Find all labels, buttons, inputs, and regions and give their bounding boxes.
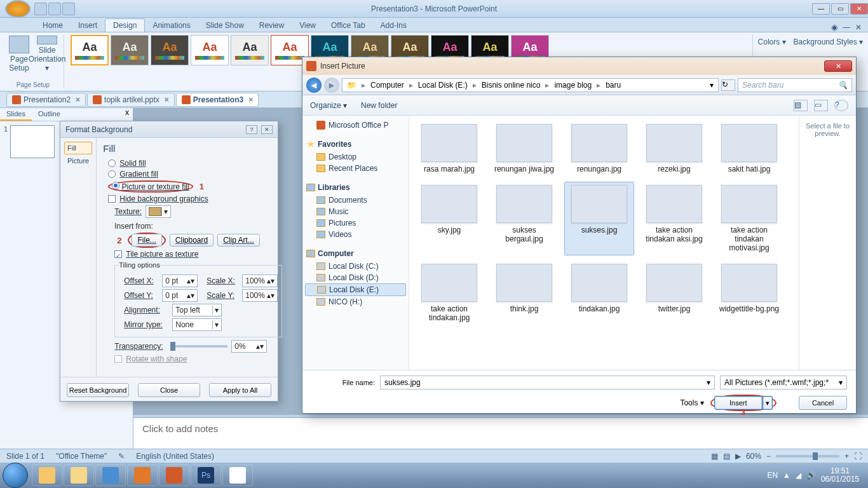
file-item[interactable]: take action tindakan.jpg <box>414 261 484 325</box>
background-styles-dropdown[interactable]: Background Styles ▾ <box>794 37 863 46</box>
tab-addins[interactable]: Add-Ins <box>373 19 414 32</box>
theme-swatch[interactable]: Aa <box>111 35 149 65</box>
check-hide-bg-graphics[interactable] <box>108 195 116 203</box>
clipboard-button[interactable]: Clipboard <box>170 234 214 247</box>
tab-review[interactable]: Review <box>252 19 292 32</box>
zoom-fit-icon[interactable]: ⛶ <box>854 452 862 461</box>
tab-home[interactable]: Home <box>35 19 71 32</box>
organize-menu[interactable]: Organize ▾ <box>310 101 347 110</box>
minimize-button[interactable]: — <box>812 3 830 15</box>
file-item[interactable]: renungan jiwa.jpg <box>489 121 559 177</box>
radio-gradient-fill[interactable] <box>108 170 116 178</box>
taskbar-libraries[interactable] <box>32 464 62 486</box>
theme-swatch[interactable]: Aa <box>191 35 229 65</box>
sidebar-desktop[interactable]: Desktop <box>305 151 406 163</box>
offset-y-input[interactable]: 0 pt▴▾ <box>162 289 198 302</box>
close-icon[interactable]: × <box>76 95 80 104</box>
dialog-close-icon[interactable]: ✕ <box>261 125 273 134</box>
tray-clock[interactable]: 19:5106/01/2015 <box>821 467 859 484</box>
sidebar-drive-c[interactable]: Local Disk (C:) <box>305 261 406 272</box>
sidebar-music[interactable]: Music <box>305 206 406 217</box>
alignment-combo[interactable]: Top left▾ <box>172 304 222 316</box>
file-item[interactable]: widgettitle-bg.png <box>714 261 784 325</box>
file-grid[interactable]: rasa marah.jpg renungan jiwa.jpg renunga… <box>409 116 799 370</box>
sidebar-documents[interactable]: Documents <box>305 194 406 206</box>
slide-orientation-button[interactable]: Slide Orientation ▾ <box>34 35 60 73</box>
clipart-button[interactable]: Clip Art... <box>217 234 260 247</box>
qat-undo[interactable] <box>48 3 61 15</box>
status-spellcheck-icon[interactable]: ✎ <box>118 452 125 461</box>
file-item[interactable]: take action tindakan motivasi.jpg <box>714 182 784 255</box>
dialog-titlebar[interactable]: Insert Picture ✕ <box>302 57 856 75</box>
close-dialog-button[interactable]: Close <box>138 383 200 397</box>
tools-menu[interactable]: Tools ▾ <box>680 398 703 407</box>
help-icon[interactable]: ◉ <box>831 23 837 32</box>
tab-design[interactable]: Design <box>105 18 145 32</box>
view-sorter-icon[interactable]: ▤ <box>723 452 730 461</box>
maximize-button[interactable]: ▭ <box>831 3 849 15</box>
qat-save[interactable] <box>34 3 47 15</box>
tab-slides-thumbnails[interactable]: Slides <box>0 108 32 121</box>
sidebar-videos[interactable]: Videos <box>305 229 406 240</box>
scale-y-input[interactable]: 100%▴▾ <box>242 289 278 302</box>
close-icon[interactable]: × <box>248 95 253 104</box>
radio-picture-texture-fill[interactable] <box>112 182 119 189</box>
file-item[interactable]: think.jpg <box>489 261 559 325</box>
refresh-icon[interactable]: ↻ <box>721 79 735 91</box>
sidebar-drive-e[interactable]: Local Disk (E:) <box>305 283 406 296</box>
file-item[interactable]: renungan.jpg <box>564 121 634 177</box>
file-item[interactable]: tindakan.jpg <box>564 261 634 325</box>
status-language[interactable]: English (United States) <box>136 452 214 461</box>
tray-volume-icon[interactable]: 🔊 <box>806 471 816 480</box>
filename-input[interactable]: sukses.jpg▾ <box>380 376 715 390</box>
theme-swatch[interactable]: Aa <box>151 35 189 65</box>
sidebar-drive-d[interactable]: Local Disk (D:) <box>305 272 406 283</box>
apply-to-all-button[interactable]: Apply to All <box>209 383 271 397</box>
theme-swatch[interactable]: Aa <box>231 35 269 65</box>
tray-flag-icon[interactable]: ▲ <box>783 471 790 480</box>
tab-animations[interactable]: Animations <box>145 19 198 32</box>
new-folder-button[interactable]: New folder <box>361 101 397 110</box>
minimize-ribbon-icon[interactable]: — <box>843 23 850 32</box>
insert-button[interactable]: Insert <box>714 396 763 410</box>
tab-officetab[interactable]: Office Tab <box>323 19 373 32</box>
view-slideshow-icon[interactable]: ▶ <box>735 452 741 461</box>
transparency-slider[interactable] <box>170 345 227 348</box>
tray-language[interactable]: EN <box>767 471 778 480</box>
scale-x-input[interactable]: 100%▴▾ <box>242 274 278 287</box>
start-button[interactable] <box>3 463 28 488</box>
zoom-in-icon[interactable]: + <box>844 452 849 461</box>
preview-pane-icon[interactable]: ▭ <box>814 100 828 111</box>
sidebar-pictures[interactable]: Pictures <box>305 217 406 229</box>
file-filter-combo[interactable]: All Pictures (*.emf;*.wmf;*.jpg;*▾ <box>720 376 847 390</box>
taskbar-powerpoint[interactable] <box>159 464 189 486</box>
file-item-selected[interactable]: sukses.jpg <box>564 182 634 255</box>
nav-fill[interactable]: Fill <box>64 142 92 154</box>
close-doc-icon[interactable]: ✕ <box>855 23 862 32</box>
nav-forward-icon[interactable]: ► <box>324 78 339 93</box>
office-button[interactable] <box>5 0 31 18</box>
taskbar-explorer[interactable] <box>64 464 94 486</box>
sidebar-favorites[interactable]: Favorites <box>305 137 406 151</box>
taskbar-photoshop[interactable]: Ps <box>191 464 221 486</box>
sidebar-computer[interactable]: Computer <box>305 247 406 261</box>
zoom-slider[interactable] <box>776 455 839 458</box>
file-button[interactable]: File... <box>132 234 161 247</box>
qat-redo[interactable] <box>62 3 75 15</box>
sidebar-libraries[interactable]: Libraries <box>305 180 406 194</box>
panel-close-icon[interactable]: x <box>121 108 133 121</box>
transparency-input[interactable]: 0%▴▾ <box>231 340 267 353</box>
texture-picker[interactable]: ▾ <box>146 205 171 218</box>
dialog-close-icon[interactable]: ✕ <box>824 60 852 72</box>
zoom-value[interactable]: 60% <box>746 452 761 461</box>
taskbar-paint[interactable] <box>222 464 253 486</box>
doctab-topik[interactable]: topik artikel.pptx× <box>87 93 175 107</box>
mirror-combo[interactable]: None▾ <box>172 318 222 331</box>
file-item[interactable]: sakit hati.jpg <box>714 121 784 177</box>
close-button[interactable]: ✕ <box>850 3 868 15</box>
offset-x-input[interactable]: 0 pt▴▾ <box>162 274 198 287</box>
zoom-out-icon[interactable]: − <box>766 452 771 461</box>
nav-back-icon[interactable]: ◄ <box>306 78 322 93</box>
file-item[interactable]: sky.jpg <box>414 182 484 255</box>
sidebar-recent[interactable]: Recent Places <box>305 163 406 174</box>
